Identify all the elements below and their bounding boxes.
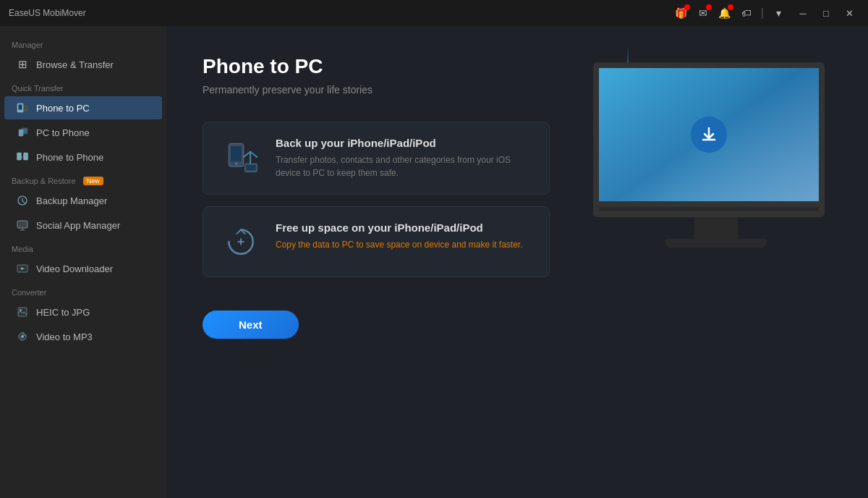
monitor-bezel: [593, 207, 825, 217]
section-label-converter: Converter: [0, 281, 166, 300]
feature-card-backup: Back up your iPhone/iPad/iPod Transfer p…: [203, 122, 550, 195]
section-label-media: Media: [0, 237, 166, 256]
sidebar-item-pc-to-phone[interactable]: PC to Phone: [4, 121, 162, 144]
svg-rect-8: [17, 153, 22, 160]
svg-rect-6: [22, 128, 27, 129]
sidebar-item-label: Browse & Transfer: [36, 59, 114, 70]
sidebar-item-social-app-manager[interactable]: Social App Manager: [4, 214, 162, 237]
heic-to-jpg-icon: [16, 305, 29, 318]
minimize-button[interactable]: ─: [793, 3, 813, 23]
sidebar-item-phone-to-phone[interactable]: Phone to Phone: [4, 145, 162, 169]
sidebar-item-label: Social App Manager: [36, 220, 120, 231]
app-title-area: EaseUS MobiMover: [9, 8, 86, 18]
sidebar-item-label: HEIC to JPG: [36, 307, 90, 318]
social-app-manager-icon: [16, 219, 29, 232]
sidebar-item-browse-transfer[interactable]: ⊞ Browse & Transfer: [4, 53, 162, 76]
svg-rect-23: [246, 165, 255, 170]
phone-to-phone-icon: [16, 151, 29, 164]
close-button[interactable]: ✕: [839, 3, 859, 23]
app-title: EaseUS MobiMover: [9, 8, 86, 18]
backup-feature-title: Back up your iPhone/iPad/iPod: [276, 137, 532, 149]
svg-rect-19: [231, 146, 242, 161]
feature-card-freespace: Free up space on your iPhone/iPad/iPod C…: [203, 206, 550, 277]
monitor-illustration: [593, 62, 839, 248]
freespace-feature-text: Free up space on your iPhone/iPad/iPod C…: [276, 221, 523, 251]
sidebar-item-label: Video Downloader: [36, 263, 113, 274]
browse-transfer-icon: ⊞: [16, 58, 29, 71]
video-to-mp3-icon: [16, 330, 29, 343]
backup-feature-icon: [221, 137, 261, 177]
section-label-quick-transfer: Quick Transfer: [0, 77, 166, 96]
gift-badge: [684, 4, 690, 10]
svg-rect-3: [24, 106, 27, 111]
bell-icon[interactable]: 🔔: [718, 6, 732, 20]
email-badge: [706, 4, 712, 10]
video-downloader-icon: [16, 262, 29, 275]
phone-to-pc-icon: [16, 101, 29, 114]
monitor-screen: [593, 62, 825, 207]
freespace-feature-icon: [221, 221, 261, 262]
svg-rect-7: [19, 130, 23, 136]
svg-point-2: [20, 111, 20, 111]
sidebar-item-label: Video to MP3: [36, 332, 93, 342]
window-controls: ─ □ ✕: [793, 3, 859, 23]
tag-icon[interactable]: 🏷: [739, 6, 754, 20]
backup-feature-text: Back up your iPhone/iPad/iPod Transfer p…: [276, 137, 532, 180]
sidebar-item-label: Phone to PC: [36, 103, 90, 114]
main-content: Phone to PC Permanently preserve your li…: [166, 26, 868, 498]
sidebar-item-video-downloader[interactable]: Video Downloader: [4, 257, 162, 280]
svg-rect-1: [19, 105, 22, 110]
svg-point-15: [20, 309, 22, 311]
monitor-stand: [694, 217, 738, 239]
app-body: Manager ⊞ Browse & Transfer Quick Transf…: [0, 26, 868, 498]
sidebar-item-heic-to-jpg[interactable]: HEIC to JPG: [4, 300, 162, 324]
sidebar-item-backup-manager[interactable]: Backup Manager: [4, 189, 162, 212]
sidebar: Manager ⊞ Browse & Transfer Quick Transf…: [0, 26, 166, 498]
freespace-feature-title: Free up space on your iPhone/iPad/iPod: [276, 221, 523, 234]
sidebar-item-label: Backup Manager: [36, 195, 107, 206]
sidebar-item-label: Phone to Phone: [36, 152, 103, 163]
section-label-manager: Manager: [0, 33, 166, 52]
svg-rect-11: [17, 221, 27, 228]
titlebar-icons: 🎁 ✉ 🔔 🏷 | ▾ ─ □ ✕: [674, 3, 859, 23]
svg-point-20: [235, 163, 237, 165]
freespace-feature-desc: Copy the data to PC to save space on dev…: [276, 238, 523, 251]
sidebar-item-phone-to-pc[interactable]: Phone to PC: [4, 96, 162, 119]
backup-manager-icon: [16, 194, 29, 207]
backup-feature-desc: Transfer photos, contacts and other cate…: [276, 153, 532, 180]
sidebar-item-label: PC to Phone: [36, 127, 90, 138]
section-label-backup: Backup & Restore New: [0, 169, 166, 188]
dropdown-icon[interactable]: ▾: [771, 6, 786, 20]
email-icon[interactable]: ✉: [696, 6, 710, 20]
titlebar: EaseUS MobiMover 🎁 ✉ 🔔 🏷 | ▾ ─ □ ✕: [0, 0, 868, 26]
sidebar-item-video-to-mp3[interactable]: Video to MP3: [4, 325, 162, 348]
bell-badge: [728, 4, 733, 10]
maximize-button[interactable]: □: [816, 3, 836, 23]
gift-icon[interactable]: 🎁: [674, 6, 689, 20]
monitor-base: [665, 239, 767, 248]
new-badge: New: [83, 177, 103, 185]
svg-rect-9: [24, 153, 28, 160]
pc-to-phone-icon: [16, 126, 29, 139]
next-button[interactable]: Next: [203, 311, 299, 339]
download-icon: [691, 117, 727, 153]
